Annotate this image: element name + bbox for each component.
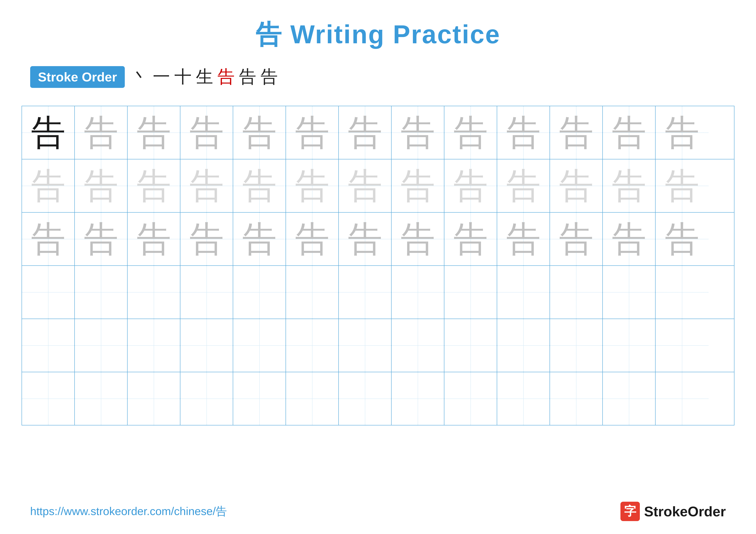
- stroke-1: 丶: [131, 65, 148, 89]
- grid-cell[interactable]: 告: [286, 213, 339, 266]
- grid-cell[interactable]: [233, 372, 286, 425]
- grid-cell[interactable]: [603, 319, 656, 372]
- grid-cell[interactable]: 告: [603, 159, 656, 212]
- grid-cell[interactable]: [286, 319, 339, 372]
- title-char: 告: [256, 20, 282, 49]
- grid-cell[interactable]: 告: [22, 159, 75, 212]
- grid-cell[interactable]: 告: [233, 213, 286, 266]
- grid-cell[interactable]: 告: [22, 106, 75, 159]
- grid-cell[interactable]: 告: [445, 159, 497, 212]
- grid-cell[interactable]: 告: [75, 213, 127, 266]
- footer-logo: 字 StrokeOrder: [620, 502, 726, 521]
- grid-cell[interactable]: [339, 266, 392, 318]
- grid-cell[interactable]: 告: [127, 213, 180, 266]
- stroke-order-row: Stroke Order 丶 一 十 生 告 告 告: [0, 52, 756, 97]
- grid-cell[interactable]: 告: [392, 159, 445, 212]
- grid-cell[interactable]: [392, 372, 445, 425]
- grid-cell[interactable]: [497, 266, 550, 318]
- grid-cell[interactable]: [22, 372, 75, 425]
- grid-cell[interactable]: 告: [180, 159, 233, 212]
- grid-cell[interactable]: [75, 266, 127, 318]
- grid-cell[interactable]: [497, 372, 550, 425]
- grid-cell[interactable]: [22, 319, 75, 372]
- logo-char: 字: [624, 503, 636, 520]
- grid-row-4: [22, 266, 734, 319]
- grid-cell[interactable]: 告: [180, 106, 233, 159]
- grid-cell[interactable]: 告: [75, 159, 127, 212]
- grid-cell[interactable]: [445, 319, 497, 372]
- grid-cell[interactable]: 告: [603, 213, 656, 266]
- grid-cell[interactable]: [233, 319, 286, 372]
- grid-cell[interactable]: [180, 372, 233, 425]
- grid-row-1: 告 告 告 告 告 告 告 告 告 告 告 告 告: [22, 106, 734, 159]
- stroke-2: 一: [153, 65, 170, 89]
- grid-cell[interactable]: 告: [550, 213, 603, 266]
- grid-cell[interactable]: [603, 266, 656, 318]
- grid-cell[interactable]: [445, 372, 497, 425]
- grid-cell[interactable]: 告: [233, 106, 286, 159]
- grid-cell[interactable]: [233, 266, 286, 318]
- grid-cell[interactable]: 告: [392, 106, 445, 159]
- grid-cell[interactable]: [445, 266, 497, 318]
- grid-cell[interactable]: [656, 319, 708, 372]
- grid-cell[interactable]: 告: [497, 159, 550, 212]
- grid-cell[interactable]: 告: [75, 106, 127, 159]
- stroke-order-badge[interactable]: Stroke Order: [30, 66, 125, 88]
- grid-cell[interactable]: 告: [180, 213, 233, 266]
- title-text: Writing Practice: [282, 20, 500, 49]
- grid-cell[interactable]: 告: [550, 159, 603, 212]
- grid-cell[interactable]: [339, 319, 392, 372]
- grid-cell[interactable]: [180, 319, 233, 372]
- grid-cell[interactable]: 告: [339, 106, 392, 159]
- page-title: 告 Writing Practice: [0, 0, 756, 52]
- grid-cell[interactable]: 告: [233, 159, 286, 212]
- grid-row-6: [22, 372, 734, 425]
- grid-cell[interactable]: [127, 372, 180, 425]
- grid-cell[interactable]: [75, 372, 127, 425]
- grid-cell[interactable]: 告: [445, 213, 497, 266]
- grid-cell[interactable]: 告: [339, 213, 392, 266]
- grid-cell[interactable]: 告: [550, 106, 603, 159]
- stroke-sequence: 丶 一 十 生 告 告 告: [131, 65, 278, 89]
- grid-cell[interactable]: 告: [22, 213, 75, 266]
- grid-cell[interactable]: 告: [445, 106, 497, 159]
- grid-cell[interactable]: 告: [656, 106, 708, 159]
- grid-cell[interactable]: 告: [286, 106, 339, 159]
- grid-cell[interactable]: [127, 266, 180, 318]
- grid-cell[interactable]: [392, 266, 445, 318]
- grid-cell[interactable]: 告: [339, 159, 392, 212]
- grid-cell[interactable]: [550, 266, 603, 318]
- stroke-6: 告: [239, 65, 256, 89]
- grid-cell[interactable]: 告: [603, 106, 656, 159]
- grid-cell[interactable]: [392, 319, 445, 372]
- practice-grid: 告 告 告 告 告 告 告 告 告 告 告 告 告 告 告 告 告 告 告 告 …: [21, 106, 735, 425]
- grid-cell[interactable]: [603, 372, 656, 425]
- grid-cell[interactable]: 告: [656, 159, 708, 212]
- grid-cell[interactable]: 告: [127, 159, 180, 212]
- grid-cell[interactable]: [286, 372, 339, 425]
- grid-cell[interactable]: [656, 266, 708, 318]
- logo-icon: 字: [620, 502, 640, 521]
- grid-cell[interactable]: 告: [497, 106, 550, 159]
- grid-cell[interactable]: [180, 266, 233, 318]
- grid-cell[interactable]: [497, 319, 550, 372]
- grid-cell[interactable]: 告: [656, 213, 708, 266]
- grid-cell[interactable]: [286, 266, 339, 318]
- grid-cell[interactable]: 告: [392, 213, 445, 266]
- grid-row-2: 告 告 告 告 告 告 告 告 告 告 告 告 告: [22, 159, 734, 213]
- grid-cell[interactable]: 告: [286, 159, 339, 212]
- grid-cell[interactable]: [22, 266, 75, 318]
- stroke-4: 生: [196, 65, 213, 89]
- footer-url[interactable]: https://www.strokeorder.com/chinese/告: [30, 504, 227, 519]
- stroke-5: 告: [217, 65, 235, 89]
- grid-cell[interactable]: [656, 372, 708, 425]
- grid-row-3: 告 告 告 告 告 告 告 告 告 告 告 告 告: [22, 213, 734, 266]
- grid-cell[interactable]: [550, 319, 603, 372]
- grid-cell[interactable]: 告: [497, 213, 550, 266]
- grid-cell[interactable]: [550, 372, 603, 425]
- stroke-7: 告: [260, 65, 278, 89]
- grid-cell[interactable]: [75, 319, 127, 372]
- grid-cell[interactable]: [339, 372, 392, 425]
- grid-cell[interactable]: 告: [127, 106, 180, 159]
- grid-cell[interactable]: [127, 319, 180, 372]
